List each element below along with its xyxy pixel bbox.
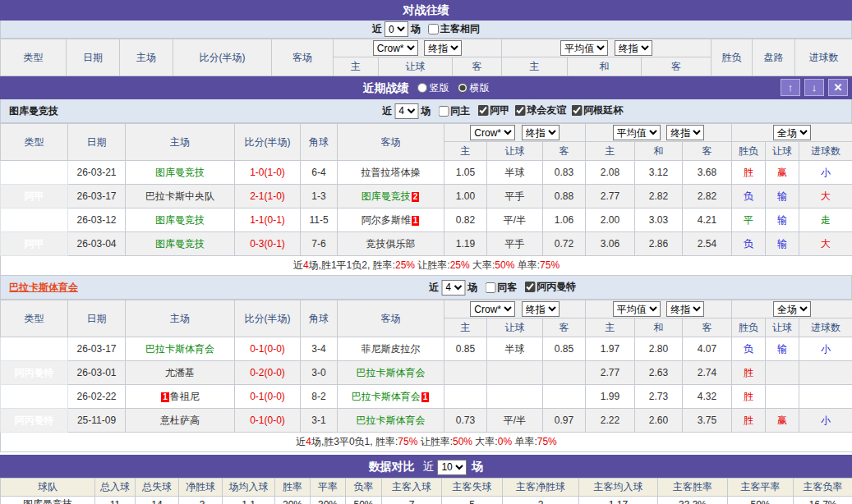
home-team-cell[interactable]: 巴拉卡斯中央队 bbox=[126, 185, 235, 208]
comparison-column-header: 净胜球 bbox=[179, 479, 223, 497]
team-name[interactable]: 图库曼竞技 bbox=[155, 214, 205, 226]
handicap-odds bbox=[543, 385, 586, 409]
full-match-select[interactable]: 全场 bbox=[773, 301, 811, 317]
handicap-odds bbox=[487, 361, 543, 385]
comparison-column-header: 主客失球 bbox=[442, 479, 503, 497]
average-select[interactable]: 平均值 bbox=[560, 40, 608, 56]
stat-value: 5 bbox=[442, 497, 503, 504]
full-match-select[interactable]: 全场 bbox=[773, 125, 811, 140]
col-result: 胜负 bbox=[712, 39, 753, 76]
league-filter-option[interactable]: 球会友谊 bbox=[509, 103, 566, 117]
final-index-select[interactable]: 终指 bbox=[522, 125, 560, 140]
team-name[interactable]: 巴拉卡斯中央队 bbox=[145, 190, 214, 202]
same-home-away-option[interactable]: 主客相同 bbox=[423, 22, 480, 36]
same-away-option[interactable]: 同客 bbox=[480, 281, 517, 295]
league-checkbox[interactable] bbox=[524, 282, 535, 292]
comparison-matches-select[interactable]: 10 bbox=[437, 460, 467, 475]
col-goals: 进球数 bbox=[799, 142, 852, 161]
col-away: 客场 bbox=[338, 300, 444, 337]
away-team-cell[interactable]: 图库曼竞技2 bbox=[338, 185, 444, 208]
team-name[interactable]: 鲁祖尼 bbox=[170, 391, 200, 402]
home-team-cell[interactable]: 图库曼竞技 bbox=[126, 232, 235, 256]
final-index-select2[interactable]: 终指 bbox=[615, 40, 652, 56]
team1-matches-select[interactable]: 4 bbox=[394, 103, 418, 119]
col-score: 比分(半场) bbox=[235, 300, 301, 337]
crow-company-select[interactable]: Crow* bbox=[470, 301, 515, 317]
team-link[interactable]: 图库曼竞技 bbox=[1, 497, 95, 504]
col-date: 日期 bbox=[67, 39, 120, 76]
team-name[interactable]: 巴拉卡斯体育会 bbox=[357, 367, 426, 378]
league-filter-option[interactable]: 阿丙曼特 bbox=[519, 280, 576, 294]
team2-recent-table: 类型 日期 主场 比分(半场) 角球 客场 Crow* 终指 平均值 终指 全场… bbox=[0, 300, 852, 452]
handicap-odds: 0.85 bbox=[543, 337, 586, 361]
home-team-cell[interactable]: 1鲁祖尼 bbox=[126, 385, 235, 409]
home-team-cell[interactable]: 巴拉卡斯体育会 bbox=[126, 337, 235, 361]
near-label: 近 bbox=[372, 22, 382, 36]
team-name[interactable]: 意杜萨高 bbox=[160, 415, 200, 426]
away-team-cell[interactable]: 巴拉卡斯体育会1 bbox=[338, 385, 444, 409]
home-team-cell[interactable]: 尤潘基 bbox=[126, 361, 235, 385]
europe-odds: 3.12 bbox=[635, 161, 683, 185]
team-name[interactable]: 巴拉卡斯体育会 bbox=[145, 343, 214, 355]
away-team-cell[interactable]: 巴拉卡斯体育会 bbox=[338, 361, 444, 385]
same-home-checkbox[interactable] bbox=[438, 106, 449, 117]
away-team-cell[interactable]: 拉普拉塔体操 bbox=[338, 161, 444, 185]
card-badge: 1 bbox=[412, 216, 420, 226]
comparison-table: 球队总入球总失球净胜球场均入球胜率平率负率主客入球主客失球主客净胜球主客均入球主… bbox=[0, 478, 852, 504]
same-home-away-checkbox[interactable] bbox=[428, 24, 439, 34]
final-index-select[interactable]: 终指 bbox=[522, 301, 560, 317]
team-name[interactable]: 图库曼竞技 bbox=[155, 167, 205, 178]
horizontal-layout-radio[interactable] bbox=[458, 83, 467, 93]
final-index-select2[interactable]: 终指 bbox=[666, 301, 704, 317]
away-team-cell[interactable]: 菲尼斯皮拉尔 bbox=[338, 337, 444, 361]
team-name[interactable]: 巴拉卡斯体育会 bbox=[357, 415, 426, 426]
close-button[interactable]: ✕ bbox=[828, 79, 848, 96]
same-home-option[interactable]: 同主 bbox=[433, 104, 470, 118]
home-team-cell[interactable]: 意杜萨高 bbox=[126, 409, 235, 433]
europe-odds: 1.99 bbox=[586, 385, 635, 409]
corner-score: 7-6 bbox=[301, 232, 338, 256]
corner-score: 11-5 bbox=[301, 208, 338, 232]
team-name[interactable]: 菲尼斯皮拉尔 bbox=[362, 343, 421, 355]
team-name[interactable]: 竞技俱乐部 bbox=[366, 238, 416, 250]
layout-vertical-option[interactable]: 竖版 bbox=[417, 76, 449, 99]
col-draw-euro: 和 bbox=[568, 57, 642, 76]
move-up-button[interactable]: ↑ bbox=[781, 79, 800, 96]
move-down-button[interactable]: ↓ bbox=[804, 79, 824, 96]
away-team-cell[interactable]: 竞技俱乐部 bbox=[338, 232, 444, 256]
average-select[interactable]: 平均值 bbox=[613, 125, 661, 140]
vertical-layout-radio[interactable] bbox=[417, 83, 427, 93]
league-checkbox[interactable] bbox=[514, 105, 525, 116]
team-name[interactable]: 尤潘基 bbox=[165, 367, 195, 378]
final-index-select2[interactable]: 终指 bbox=[666, 125, 704, 140]
h2h-matches-select[interactable]: 0 bbox=[385, 21, 408, 37]
europe-odds: 2.22 bbox=[586, 409, 635, 433]
same-away-checkbox[interactable] bbox=[485, 282, 495, 293]
near-label: 近 bbox=[429, 281, 439, 295]
col-away: 客场 bbox=[338, 124, 444, 161]
team-name[interactable]: 拉普拉塔体操 bbox=[362, 167, 421, 178]
team-name[interactable]: 巴拉卡斯体育会 bbox=[352, 391, 421, 402]
col-away: 客场 bbox=[272, 39, 334, 76]
team-name[interactable]: 阿尔多斯维 bbox=[362, 214, 411, 226]
handicap-odds bbox=[444, 385, 487, 409]
team-name[interactable]: 图库曼竞技 bbox=[155, 238, 205, 250]
match-date: 25-11-09 bbox=[68, 409, 126, 433]
league-filter-option[interactable]: 阿根廷杯 bbox=[566, 103, 623, 117]
away-team-cell[interactable]: 阿尔多斯维1 bbox=[338, 208, 444, 232]
home-team-cell[interactable]: 图库曼竞技 bbox=[126, 208, 235, 232]
average-select[interactable]: 平均值 bbox=[613, 301, 661, 317]
summary-row: 近4场,胜3平0负1, 胜率:75% 让胜率:50% 大率:0% 单率:75% bbox=[1, 433, 852, 452]
home-team-cell[interactable]: 图库曼竞技 bbox=[126, 161, 235, 185]
team-name[interactable]: 图库曼竞技 bbox=[362, 190, 411, 202]
team2-name-link[interactable]: 巴拉卡斯体育会 bbox=[9, 281, 78, 295]
crow-company-select[interactable]: Crow* bbox=[470, 125, 515, 140]
final-index-select[interactable]: 终指 bbox=[424, 40, 462, 56]
league-checkbox[interactable] bbox=[571, 105, 582, 116]
layout-horizontal-option[interactable]: 横版 bbox=[458, 76, 490, 99]
team2-matches-select[interactable]: 4 bbox=[441, 280, 465, 296]
away-team-cell[interactable]: 巴拉卡斯体育会 bbox=[338, 409, 444, 433]
league-filter-option[interactable]: 阿甲 bbox=[472, 103, 509, 117]
league-checkbox[interactable] bbox=[477, 105, 488, 116]
crow-company-select[interactable]: Crow* bbox=[373, 40, 418, 56]
